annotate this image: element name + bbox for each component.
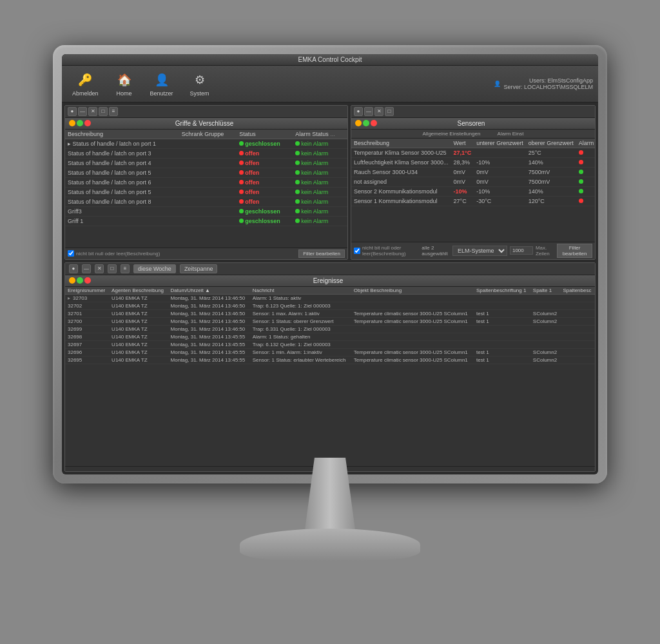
sensor-unterer-cell: 0mV [474,177,526,186]
sensoren-elm-select[interactable]: ELM-Systeme [452,246,507,256]
sensoren-table-row[interactable]: not assigned 0mV 0mV 7500mV [351,177,595,186]
sensoren-toolbar-btn-4[interactable]: □ [385,107,394,116]
ereignisse-toolbar-btn-2[interactable]: — [82,264,91,273]
ereignisse-toolbar-btn-5[interactable]: ≡ [121,264,130,273]
win-maximize[interactable] [77,120,83,126]
griffe-table-row[interactable]: Status of handle / latch on port 5 offen… [65,168,347,177]
griffe-panel: ● — ✕ □ ≡ [64,105,348,260]
ev-sp1-cell: test 1 [474,356,530,364]
griffe-checkbox-input[interactable] [68,250,74,257]
sensoren-filter-checkbox[interactable]: nicht bit null oder leer(Beschreibung) [354,245,419,257]
sensor-oberer-cell: 140% [526,157,576,167]
ev-nr-cell: 32695 [65,356,109,364]
ereignisse-table-row[interactable]: 32696 U140 EMKA TZ Montag, 31. März 2014… [65,348,595,356]
ereignisse-toolbar-btn-3[interactable]: ✕ [95,264,104,273]
sensoren-win-maximize[interactable] [363,120,369,126]
ereignisse-win-close[interactable] [84,277,91,284]
griffe-gruppe-cell [179,168,237,177]
sensoren-win-minimize[interactable] [355,120,362,126]
alarm-dot-green [295,170,300,175]
sensoren-table-row[interactable]: Sensor 1 Kommunikationsmodul 27°C -30°C … [351,196,595,206]
ev-sbc-cell [560,356,595,364]
griffe-table-row[interactable]: ▸ Status of handle / latch on port 1 ges… [65,139,347,148]
abmelden-button[interactable]: 🔑 Abmelden [67,68,104,99]
toolbar-btn-4[interactable]: □ [99,107,108,116]
status-dot-red [239,199,244,204]
ereignisse-win-minimize[interactable] [69,277,75,284]
sensoren-toolbar-btn-2[interactable]: — [364,107,373,116]
sensoren-checkbox-input[interactable] [354,248,360,254]
tab-zeitspanne[interactable]: Zeitspanne [180,264,218,273]
ereignisse-table-row[interactable]: ▸32703 U140 EMKA TZ Montag, 31. März 201… [65,294,595,302]
griffe-table-row[interactable]: Status of handle / latch on port 6 offen… [65,177,347,187]
col-schrank-gruppe: Schrank Gruppe [179,130,237,139]
toolbar-btn-3[interactable]: ✕ [88,107,97,116]
win-minimize[interactable] [69,120,75,126]
ereignisse-table-row[interactable]: 32700 U140 EMKA TZ Montag, 31. März 2014… [65,317,595,325]
status-open: offen [245,199,259,205]
griffe-filter-checkbox[interactable]: nicht bit null oder leer(Beschreibung) [68,250,160,257]
griffe-table-row[interactable]: Status of handle / latch on port 8 offen… [65,197,347,206]
ereignisse-table-row[interactable]: 32695 U140 EMKA TZ Montag, 31. März 2014… [65,356,595,364]
sensoren-toolbar-btn-1[interactable]: ● [354,107,363,116]
ereignisse-table-row[interactable]: 32697 U140 EMKA TZ Montag, 31. März 2014… [65,340,595,348]
ereignisse-table-row[interactable]: 32702 U140 EMKA TZ Montag, 31. März 2014… [65,302,595,309]
sensor-alarm-cell [576,157,595,167]
ereignisse-table-row[interactable]: 32699 U140 EMKA TZ Montag, 31. März 2014… [65,325,595,333]
tab-diese-woche[interactable]: diese Woche [133,264,176,273]
griffe-table-row[interactable]: Status of handle / latch on port 4 offen… [65,158,347,168]
user-info: 👤 Users: ElmStsConfigApp Server: LOCALHO… [494,77,593,90]
alarm-dot-green [295,209,300,213]
griffe-filter-btn[interactable]: Filter bearbeiten [298,249,345,258]
system-button[interactable]: ⚙ System [185,68,215,99]
ev-s1-cell: SColumn2 [530,356,561,364]
ev-agent-cell: U140 EMKA TZ [109,294,168,302]
alarm-dot-green [295,190,300,194]
ereignisse-toolbar-btn-1[interactable]: ● [69,264,78,273]
griffe-table-row[interactable]: Griff 1 geschlossen kein Alarm [65,216,347,226]
sensoren-win-close[interactable] [371,120,377,126]
ereignisse-toolbar: ● — ✕ □ ≡ diese Woche Zeitspanne [65,263,595,275]
sensoren-filter-btn[interactable]: Filter bearbeiten [557,244,592,258]
sensor-oberer-cell: 7500mV [526,167,576,177]
status-dot-green [239,141,244,146]
win-close[interactable] [84,120,91,126]
ev-sp1-cell: test 1 [474,317,530,325]
sensoren-table-row[interactable]: Temperatur Klima Sensor 3000-U25 27,1°C … [351,148,595,157]
ev-datetime-cell: Montag, 31. März 2014 13:46:50 [168,302,250,309]
ereignisse-table-row[interactable]: 32701 U140 EMKA TZ Montag, 31. März 2014… [65,309,595,317]
ev-objekt-cell [351,294,474,302]
ev-s1-cell: SColumn2 [530,348,561,356]
ereignisse-toolbar-btn-4[interactable]: □ [108,264,117,273]
griffe-table-row[interactable]: Status of handle / latch on port 3 offen… [65,148,347,158]
toolbar-btn-5[interactable]: ≡ [109,107,118,116]
sensoren-win-controls [355,120,377,126]
griffe-gruppe-cell [179,148,237,158]
griffe-table-row[interactable]: Status of handle / latch on port 5 offen… [65,187,347,197]
ereignisse-table-row[interactable]: 32698 U140 EMKA TZ Montag, 31. März 2014… [65,333,595,340]
sensor-alarm-cell [576,148,595,157]
toolbar-btn-2[interactable]: — [78,107,87,116]
ereignisse-table-container[interactable]: Ereignisnummer Agenten Beschreibung Datu… [65,287,595,466]
ereignisse-win-maximize[interactable] [77,277,83,284]
ev-s1-cell [530,340,561,348]
griffe-alarm-cell: kein Alarm [293,139,347,148]
sensoren-max-input[interactable] [510,246,533,255]
benutzer-icon: 👤 [153,71,171,89]
griffe-table-container[interactable]: Beschreibung Schrank Gruppe Status Alarm… [65,130,347,248]
sensoren-table-row[interactable]: Sensor 2 Kommunikationsmodul -10% -10% 1… [351,186,595,196]
sensor-alarm-dot-red [579,150,583,155]
griffe-table-row[interactable]: Griff3 geschlossen kein Alarm [65,206,347,216]
ev-sbc-cell [560,317,595,325]
sensoren-table-row[interactable]: Luftfeuchtigkeit Klima Sensor 3000... 28… [351,157,595,167]
sensoren-table-container[interactable]: Beschreibung Wert unterer Grenzwert ober… [351,139,595,242]
griffe-alarm-cell: kein Alarm [293,177,347,187]
griffe-status-cell: geschlossen [237,206,293,216]
home-button[interactable]: 🏠 Home [110,68,139,99]
sensoren-table-row[interactable]: Rauch Sensor 3000-U34 0mV 0mV 7500mV [351,167,595,177]
monitor-bezel: EMKA Control Cockpit 🔑 Abmelden 🏠 Home 👤… [53,45,607,483]
benutzer-button[interactable]: 👤 Benutzer [145,68,179,99]
ev-nachricht-cell: Trap: 6.331 Quelle: 1: Ziel 000003 [250,325,351,333]
toolbar-btn-1[interactable]: ● [68,107,77,116]
sensoren-toolbar-btn-3[interactable]: ✕ [374,107,383,116]
